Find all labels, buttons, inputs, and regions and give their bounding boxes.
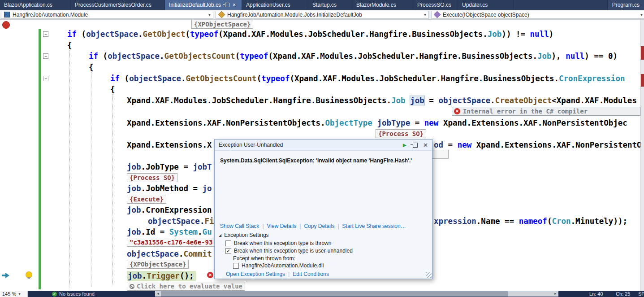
- dialog-link[interactable]: Start Live Share session…: [342, 223, 406, 229]
- datatip[interactable]: {XPObjectSpace}: [127, 260, 189, 269]
- dialog-link[interactable]: Copy Details: [304, 223, 334, 229]
- evaluate-icon[interactable]: [130, 284, 134, 289]
- scroll-right-icon[interactable]: ►: [554, 292, 557, 295]
- code-token: {: [67, 41, 72, 50]
- datatip-text: {XPObjectSpace}: [130, 261, 186, 268]
- checkbox-label: Break when this exception type is user-u…: [234, 248, 353, 254]
- class-icon: [218, 11, 225, 18]
- member-dropdown[interactable]: Execute(IObjectSpace objectSpace) ▾: [431, 11, 644, 19]
- close-icon[interactable]: ×: [233, 2, 236, 8]
- pin-icon[interactable]: [413, 143, 418, 148]
- fold-collapse-box[interactable]: −: [43, 31, 48, 37]
- datatip[interactable]: "c3a31556-c176-4e6e-93: [127, 238, 216, 247]
- tab[interactable]: ProcessCustomerSalesOrder.cs: [71, 0, 165, 10]
- tab-bar: BlazorApplication.csProcessCustomerSales…: [0, 0, 644, 10]
- exception-settings-header[interactable]: ◢ Exception Settings: [219, 232, 269, 238]
- change-tracking-bar: [39, 29, 41, 289]
- checkbox-label: HangfireJobAutomation.Module.dll: [242, 262, 324, 269]
- code-token: (Xpand.XAF.Modules.JobScheduler.Hangfire…: [268, 52, 537, 61]
- resize-grip[interactable]: [426, 272, 432, 278]
- tab[interactable]: Updater.cs: [458, 0, 514, 10]
- code-token: new: [424, 118, 439, 127]
- checkbox-unchecked[interactable]: [225, 240, 231, 246]
- horizontal-scrollbar-thumb[interactable]: [161, 291, 508, 297]
- vertical-scrollbar[interactable]: [640, 20, 644, 291]
- tab-label: ProcessCustomerSalesOrder.cs: [75, 2, 151, 8]
- lightbulb-icon[interactable]: [26, 271, 32, 278]
- status-space-mode: SP: [638, 291, 644, 297]
- scroll-left-icon[interactable]: ◄: [156, 292, 160, 295]
- continue-icon[interactable]: ▶: [403, 142, 406, 148]
- project-dropdown[interactable]: HangfireJobAutomation.Module ▾: [1, 11, 213, 19]
- exception-dialog-titlebar[interactable]: Exception User-Unhandled ▶ ✕: [215, 140, 432, 151]
- tab[interactable]: ProcessSO.cs: [413, 0, 458, 10]
- tab[interactable]: ApplicationUser.cs: [242, 0, 308, 10]
- dialog-link[interactable]: Edit Conditions: [293, 271, 329, 277]
- indent-guide: [112, 94, 113, 284]
- horizontal-scrollbar[interactable]: ◄ ►: [155, 291, 558, 297]
- chevron-down-icon[interactable]: ▾: [208, 12, 211, 17]
- dialog-link[interactable]: Show Call Stack: [220, 223, 259, 229]
- fold-collapse-box[interactable]: −: [43, 76, 48, 81]
- zoom-control[interactable]: 145 % ▾: [0, 291, 28, 297]
- code-token: Cron: [552, 217, 571, 226]
- tab[interactable]: BlazorModule.cs: [352, 0, 413, 10]
- code-line: xpression.Name == nameof(Cron.Minutely))…: [434, 216, 627, 226]
- pin-icon[interactable]: [225, 3, 229, 7]
- code-token: new: [458, 140, 472, 149]
- code-token: Commit: [183, 249, 212, 258]
- code-token: .: [198, 227, 203, 236]
- code-token: jobType: [377, 118, 410, 127]
- checkbox-row: ✓Break when this exception type is user-…: [225, 248, 353, 254]
- checkbox-checked[interactable]: ✓: [225, 248, 231, 254]
- checkbox-unchecked[interactable]: [233, 263, 239, 269]
- code-token: .Id =: [141, 227, 169, 236]
- dialog-link[interactable]: View Details: [267, 223, 297, 229]
- code-token: Xpand.Extensions.XAF.NonPersistentObject…: [471, 140, 644, 149]
- datatip[interactable]: {Process SO}: [127, 173, 177, 182]
- code-line: {: [67, 40, 72, 50]
- code-token: Fi: [204, 217, 214, 226]
- tab-label: ProcessSO.cs: [417, 2, 451, 8]
- code-token: Gu: [203, 227, 212, 236]
- breakpoint-indicator[interactable]: [2, 21, 10, 29]
- chevron-down-icon[interactable]: ▾: [640, 12, 643, 17]
- checkbox-row: Break when this exception type is thrown: [225, 240, 331, 246]
- type-dropdown[interactable]: HangfireJobAutomation.Module.Jobs.Initia…: [216, 11, 429, 19]
- tab-label: BlazorApplication.cs: [4, 2, 52, 8]
- code-token: Job: [391, 96, 406, 105]
- datatip[interactable]: {XPObjectSpace}: [191, 20, 253, 29]
- expander-icon[interactable]: ◢: [219, 233, 221, 237]
- code-line: Xpand.Extensions.XAF.NonPersistentObject…: [127, 118, 627, 128]
- code-token: System: [169, 227, 198, 236]
- code-token: jo: [203, 184, 212, 193]
- code-line: if (objectSpace.GetObjectsCount(typeof(X…: [110, 74, 625, 83]
- navigation-bar: HangfireJobAutomation.Module ▾ HangfireJ…: [0, 10, 644, 20]
- tab-program-cs[interactable]: Program.cs: [607, 0, 644, 10]
- tab[interactable]: Startup.cs: [308, 0, 352, 10]
- code-token: ): [549, 30, 554, 39]
- code-token: GetObject: [143, 30, 186, 39]
- code-token: Job: [537, 52, 552, 61]
- tab-label: Program.cs: [612, 2, 640, 8]
- code-token: job: [127, 162, 141, 171]
- checkbox-label: Break when this exception type is thrown: [234, 240, 331, 246]
- fold-collapse-box[interactable]: −: [43, 53, 48, 59]
- close-icon[interactable]: ✕: [423, 142, 428, 148]
- datatip[interactable]: Click here to evaluate value: [127, 282, 245, 291]
- datatip[interactable]: {Execute}: [127, 195, 166, 204]
- chevron-down-icon[interactable]: ▾: [424, 12, 426, 17]
- dialog-link[interactable]: Open Exception Settings: [226, 271, 285, 277]
- exception-settings-label: Exception Settings: [224, 232, 268, 238]
- tab-active[interactable]: InitializeDefaultJob.cs×: [165, 0, 242, 10]
- separator: |: [262, 223, 264, 229]
- tab[interactable]: BlazorApplication.cs: [0, 0, 71, 10]
- datatip[interactable]: {Process SO}: [376, 129, 426, 138]
- code-token: .Name ==: [476, 217, 519, 226]
- tab-label: Startup.cs: [312, 2, 337, 8]
- exception-message: System.Data.SqlClient.SqlException: 'Inv…: [220, 157, 427, 164]
- type-dropdown-value: HangfireJobAutomation.Module.Jobs.Initia…: [227, 12, 362, 18]
- document-health[interactable]: ✓ No issues found: [52, 291, 95, 297]
- datatip[interactable]: [432, 150, 449, 159]
- error-icon[interactable]: ✕: [207, 272, 213, 278]
